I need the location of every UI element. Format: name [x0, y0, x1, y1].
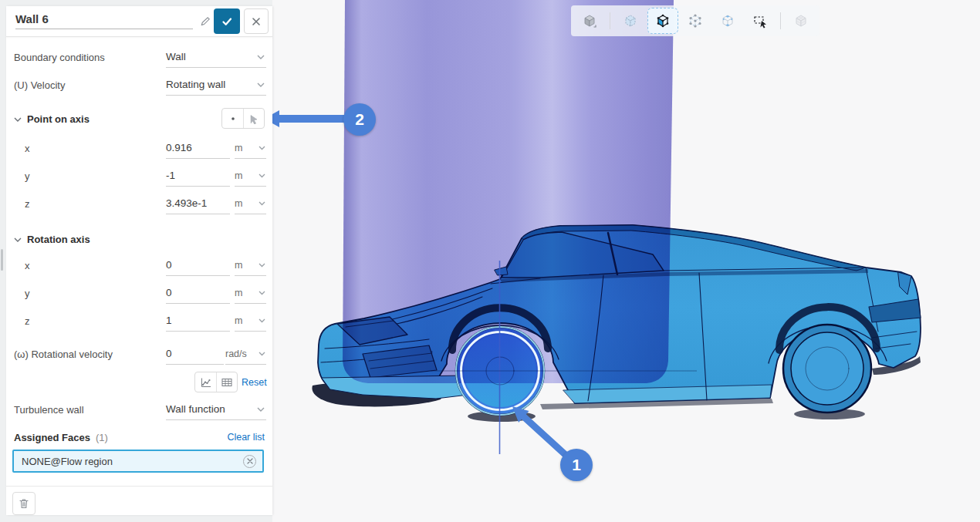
- close-icon: [247, 458, 253, 464]
- unit-value: m: [235, 260, 242, 271]
- boundary-conditions-value: Wall: [166, 51, 186, 62]
- chevron-down-icon: [257, 83, 265, 88]
- chevron-down-icon: [259, 291, 265, 295]
- chevron-down-icon: [259, 201, 265, 206]
- footer-divider: [6, 486, 272, 487]
- point-y-unit-select[interactable]: m: [235, 168, 266, 187]
- rotation-axis-label: Rotation axis: [27, 231, 90, 248]
- assigned-face-name: NONE@Flow region: [22, 456, 243, 467]
- chevron-down-icon: [259, 173, 265, 178]
- panel-header: Wall 6: [6, 6, 272, 37]
- rename-button[interactable]: [196, 12, 215, 31]
- chevron-down-icon: [259, 263, 265, 268]
- delete-button[interactable]: [12, 492, 35, 515]
- pick-cursor-icon: [248, 113, 259, 124]
- panel-scrollbar[interactable]: [1, 249, 3, 271]
- assigned-faces-count: (1): [96, 429, 108, 446]
- axis-x-label: x: [25, 258, 30, 274]
- unit-value: m: [235, 170, 242, 181]
- rotating-zone-cylinder[interactable]: [343, 0, 674, 383]
- point-z-input[interactable]: 3.493e-1: [166, 196, 230, 214]
- assigned-faces-label: Assigned Faces: [14, 429, 90, 446]
- selection-toolbar: [571, 5, 819, 36]
- edge-select-icon[interactable]: [712, 8, 743, 34]
- toolbar-divider: [780, 12, 781, 29]
- chevron-down-icon: [257, 55, 265, 60]
- unit-value: m: [235, 198, 242, 209]
- table-icon: [221, 376, 233, 389]
- turbulence-wall-value: Wall function: [166, 403, 225, 415]
- unit-value: m: [235, 288, 242, 298]
- remove-face-button[interactable]: [243, 455, 256, 468]
- chevron-down-icon: [259, 146, 265, 150]
- boundary-conditions-select[interactable]: Wall: [166, 49, 266, 68]
- confirm-button[interactable]: [214, 8, 240, 34]
- rotational-velocity-unit-select[interactable]: rad/s: [225, 346, 266, 365]
- collapse-chevron-icon: [14, 237, 22, 243]
- chevron-down-icon: [257, 407, 265, 413]
- velocity-value: Rotating wall: [166, 79, 225, 90]
- point-z-label: z: [25, 196, 30, 213]
- turbulence-wall-select[interactable]: Wall function: [166, 402, 266, 420]
- annotation-badge-2: 2: [343, 103, 376, 136]
- volume-select-icon[interactable]: [574, 8, 605, 34]
- axis-x-input[interactable]: 0: [166, 258, 230, 276]
- boundary-condition-panel: Wall 6 Boundary conditions Wall (U) Velo…: [6, 6, 272, 515]
- rotational-velocity-label: (ω) Rotational velocity: [14, 346, 113, 363]
- collapse-chevron-icon: [14, 117, 22, 123]
- body-select-icon[interactable]: [615, 8, 646, 34]
- scene-canvas[interactable]: [272, 0, 980, 522]
- close-icon: [251, 16, 262, 27]
- manual-point-button[interactable]: [222, 109, 243, 128]
- point-input-mode-group: [221, 108, 265, 129]
- 3d-viewport[interactable]: 1 2: [272, 0, 980, 522]
- point-on-axis-section[interactable]: Point on axis: [14, 111, 90, 128]
- point-x-label: x: [25, 140, 30, 157]
- value-input-mode-group: [194, 372, 238, 392]
- dot-icon: [228, 113, 238, 124]
- point-y-label: y: [25, 168, 30, 185]
- graph-input-button[interactable]: [195, 372, 216, 392]
- axis-y-unit-select[interactable]: m: [235, 285, 266, 304]
- rotational-velocity-input[interactable]: 0: [166, 346, 224, 365]
- velocity-select[interactable]: Rotating wall: [166, 77, 266, 96]
- unit-value: m: [235, 315, 242, 326]
- clear-list-link[interactable]: Clear list: [227, 432, 265, 443]
- toolbar-divider: [610, 12, 610, 29]
- trash-icon: [18, 497, 30, 510]
- velocity-label: (U) Velocity: [14, 77, 65, 94]
- axis-y-input[interactable]: 0: [166, 285, 230, 304]
- unit-value: m: [235, 143, 242, 153]
- annotation-badge-1: 1: [560, 449, 593, 481]
- box-select-icon[interactable]: [745, 8, 776, 34]
- boundary-conditions-label: Boundary conditions: [14, 49, 105, 66]
- axis-z-input[interactable]: 1: [166, 313, 230, 332]
- pick-point-button[interactable]: [243, 109, 264, 128]
- rotation-axis-section[interactable]: Rotation axis: [14, 231, 90, 248]
- point-z-unit-select[interactable]: m: [235, 196, 266, 214]
- cancel-button[interactable]: [244, 8, 269, 34]
- axis-y-label: y: [25, 285, 30, 302]
- unit-value: rad/s: [225, 349, 247, 359]
- point-x-unit-select[interactable]: m: [235, 140, 266, 159]
- table-input-button[interactable]: [216, 372, 237, 392]
- chevron-down-icon: [259, 318, 265, 323]
- rear-wheel[interactable]: [783, 325, 871, 413]
- chevron-down-icon: [259, 352, 265, 356]
- vertex-select-icon[interactable]: [680, 8, 711, 34]
- name-input[interactable]: Wall 6: [15, 12, 193, 29]
- axis-z-unit-select[interactable]: m: [235, 313, 266, 332]
- turbulence-wall-label: Turbulence wall: [14, 402, 84, 419]
- check-icon: [220, 15, 234, 29]
- reset-link[interactable]: Reset: [242, 377, 267, 388]
- point-y-input[interactable]: -1: [166, 168, 230, 187]
- chart-icon: [200, 376, 212, 389]
- face-select-icon[interactable]: [647, 8, 678, 34]
- hidden-geometry-icon[interactable]: [786, 8, 816, 34]
- assigned-face-chip[interactable]: NONE@Flow region: [12, 450, 264, 473]
- point-x-input[interactable]: 0.916: [166, 140, 230, 159]
- axis-x-unit-select[interactable]: m: [235, 258, 266, 276]
- assigned-faces-header: Assigned Faces (1): [14, 429, 108, 446]
- point-on-axis-label: Point on axis: [27, 111, 90, 128]
- simulation-app: 1 2 Wall 6 Boundary conditions Wall (U) …: [0, 0, 980, 522]
